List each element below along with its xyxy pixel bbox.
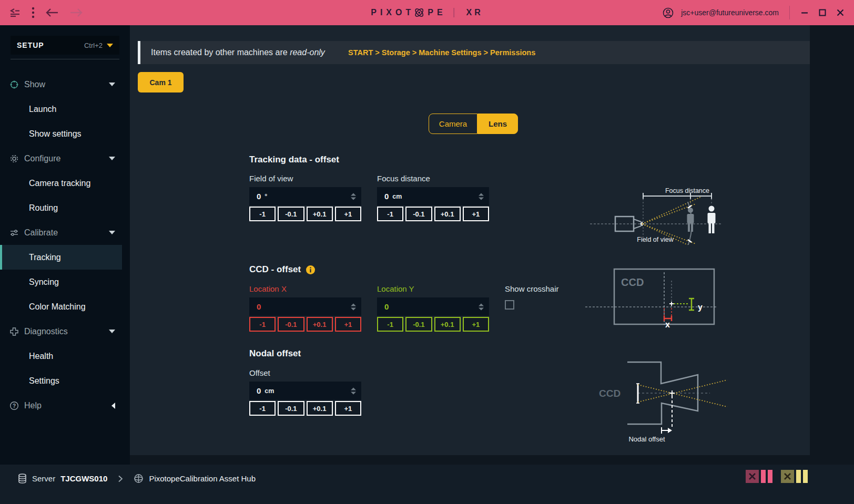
fov-focus-diagram: Focus distance Field of view xyxy=(590,177,721,245)
maximize-icon[interactable] xyxy=(818,8,827,17)
sidebar-item-calibrate[interactable]: Calibrate xyxy=(0,220,130,245)
svg-text:Focus distance: Focus distance xyxy=(665,187,709,194)
logo-mode: XR xyxy=(466,8,483,17)
user-icon[interactable] xyxy=(663,7,674,18)
kebab-menu-icon[interactable] xyxy=(32,7,35,18)
stepper-plus-01[interactable]: +0.1 xyxy=(434,207,461,221)
collapse-sidebar-icon[interactable] xyxy=(9,7,21,18)
show-icon xyxy=(9,80,19,89)
spinner-arrows[interactable] xyxy=(479,303,484,310)
status-bar-yellow xyxy=(796,470,801,483)
stepper-minus-01[interactable]: -0.1 xyxy=(405,207,432,221)
fov-stepper: -1 -0.1 +0.1 +1 xyxy=(249,207,361,221)
spinner-arrows[interactable] xyxy=(479,193,484,200)
chevron-down-icon xyxy=(109,83,115,86)
stepper-minus-01[interactable]: -0.1 xyxy=(278,401,304,416)
sidebar-item-show-settings[interactable]: Show settings xyxy=(0,121,130,146)
stepper-plus-1[interactable]: +1 xyxy=(463,317,489,332)
stepper-minus-01[interactable]: -0.1 xyxy=(405,317,432,332)
tab-lens[interactable]: Lens xyxy=(477,114,518,134)
sidebar-item-camera-tracking[interactable]: Camera tracking xyxy=(0,171,130,196)
nodal-offset-diagram: CCD Nodal offset xyxy=(576,343,728,446)
chevron-down-icon xyxy=(109,231,115,234)
status-bar-yellow xyxy=(803,470,808,483)
tracking-disconnected-icon[interactable] xyxy=(781,470,794,483)
stepper-plus-01[interactable]: +0.1 xyxy=(307,317,333,332)
stepper-plus-1[interactable]: +1 xyxy=(335,207,361,221)
sidebar-item-routing[interactable]: Routing xyxy=(0,196,130,220)
nodal-offset-input[interactable]: 0 cm xyxy=(249,382,361,400)
setup-label: SETUP xyxy=(17,41,44,49)
stepper-minus-1[interactable]: -1 xyxy=(249,207,276,221)
stepper-plus-01[interactable]: +0.1 xyxy=(307,207,333,221)
close-icon[interactable] xyxy=(836,8,845,17)
location-x-group: Location X 0 -1 -0.1 +0.1 +1 xyxy=(249,284,361,332)
main-area: Items created by other machines are read… xyxy=(130,25,854,465)
focus-distance-group: Focus distance 0 cm -1 -0.1 +0.1 +1 xyxy=(377,174,489,221)
location-y-label: Location Y xyxy=(377,284,489,295)
chevron-down-icon xyxy=(107,44,113,47)
stepper-minus-1[interactable]: -1 xyxy=(377,317,403,332)
server-info[interactable]: Server TJCGWS010 PixotopeCalibration Ass… xyxy=(18,474,256,484)
field-of-view-group: Field of view 0 ° -1 -0.1 +0.1 +1 xyxy=(249,174,361,221)
chevron-down-icon xyxy=(109,157,115,160)
sidebar-item-settings[interactable]: Settings xyxy=(0,368,130,393)
stepper-plus-01[interactable]: +0.1 xyxy=(434,317,461,332)
svg-text:CCD: CCD xyxy=(599,388,621,399)
location-x-stepper: -1 -0.1 +0.1 +1 xyxy=(249,317,361,332)
chevron-down-icon xyxy=(109,330,115,333)
breadcrumb[interactable]: START > Storage > Machine Settings > Per… xyxy=(348,48,535,57)
titlebar-right: jsc+user@futureuniverse.com xyxy=(663,6,845,19)
info-icon[interactable] xyxy=(306,265,315,274)
camera-lens-tabs: Camera Lens xyxy=(429,114,518,134)
user-email[interactable]: jsc+user@futureuniverse.com xyxy=(681,8,779,17)
stepper-minus-1[interactable]: -1 xyxy=(249,401,276,416)
logo-text-left: PIXOT xyxy=(371,8,414,17)
stepper-plus-1[interactable]: +1 xyxy=(335,317,361,332)
spinner-arrows[interactable] xyxy=(351,193,356,200)
sidebar-item-configure[interactable]: Configure xyxy=(0,146,130,171)
sidebar-item-show[interactable]: Show xyxy=(0,72,130,97)
sidebar-item-help[interactable]: ? Help xyxy=(0,393,130,418)
spinner-arrows[interactable] xyxy=(351,303,356,310)
section-title-ccd-offset: CCD - offset xyxy=(249,264,315,275)
show-crosshair-checkbox[interactable] xyxy=(505,300,514,310)
sidebar-item-syncing[interactable]: Syncing xyxy=(0,270,130,294)
spinner-arrows[interactable] xyxy=(351,387,356,394)
cam-1-button[interactable]: Cam 1 xyxy=(138,72,184,92)
stepper-plus-01[interactable]: +0.1 xyxy=(307,401,333,416)
sidebar-item-tracking[interactable]: Tracking xyxy=(0,245,122,270)
status-indicators xyxy=(746,470,808,483)
person-gray-icon xyxy=(687,208,694,232)
chevron-left-icon xyxy=(111,403,115,409)
field-of-view-input[interactable]: 0 ° xyxy=(249,187,361,205)
app-window: PIXOT PE XR jsc+user@futureuniverse.com xyxy=(0,0,854,504)
stepper-plus-1[interactable]: +1 xyxy=(463,207,489,221)
focus-distance-input[interactable]: 0 cm xyxy=(377,187,489,205)
minimize-icon[interactable] xyxy=(800,8,809,17)
stepper-minus-1[interactable]: -1 xyxy=(377,207,403,221)
show-crosshair-group: Show crosshair xyxy=(505,284,559,310)
forward-arrow-icon[interactable] xyxy=(69,8,83,17)
tab-camera[interactable]: Camera xyxy=(429,114,477,134)
back-arrow-icon[interactable] xyxy=(45,8,59,17)
sidebar-item-color-matching[interactable]: Color Matching xyxy=(0,294,130,319)
sidebar-item-launch[interactable]: Launch xyxy=(0,97,130,121)
stepper-minus-01[interactable]: -0.1 xyxy=(278,317,304,332)
stepper-minus-1[interactable]: -1 xyxy=(249,317,276,332)
location-x-input[interactable]: 0 xyxy=(249,297,361,316)
asset-hub-name[interactable]: PixotopeCalibration Asset Hub xyxy=(149,474,256,483)
titlebar-nav xyxy=(9,7,83,18)
readonly-notice-banner: Items created by other machines are read… xyxy=(138,41,810,64)
server-name: TJCGWS010 xyxy=(60,474,107,483)
setup-shortcut: Ctrl+2 xyxy=(84,42,103,49)
video-disconnected-icon[interactable] xyxy=(746,470,759,483)
sidebar-item-health[interactable]: Health xyxy=(0,344,130,368)
stepper-plus-1[interactable]: +1 xyxy=(335,401,361,416)
sidebar-item-diagnostics[interactable]: Diagnostics xyxy=(0,319,130,344)
svg-text:y: y xyxy=(698,303,703,312)
svg-text:?: ? xyxy=(13,403,16,408)
location-y-input[interactable]: 0 xyxy=(377,297,489,316)
setup-dropdown[interactable]: SETUP Ctrl+2 xyxy=(11,36,119,55)
stepper-minus-01[interactable]: -0.1 xyxy=(278,207,304,221)
